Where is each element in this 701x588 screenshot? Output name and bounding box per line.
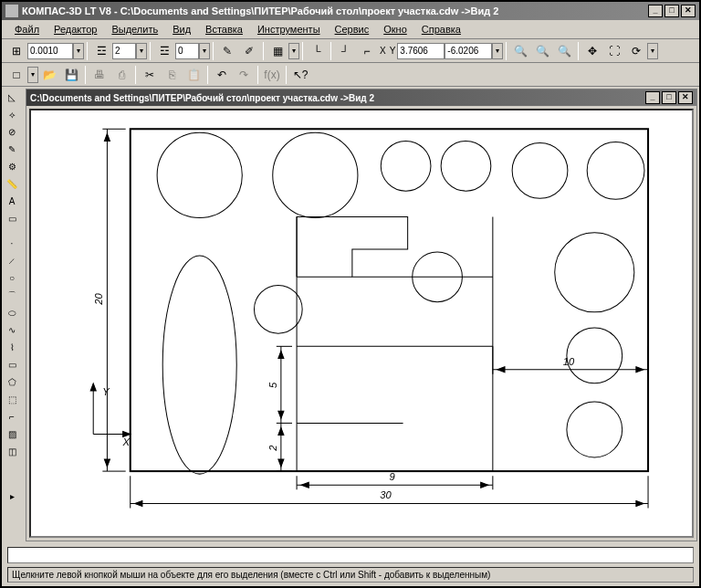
step-dropdown[interactable]: ▾ [73,43,84,59]
menubar: Файл Редактор Выделить Вид Вставка Инстр… [2,20,699,39]
polyline-icon[interactable]: ⌇ [3,339,21,356]
svg-point-11 [567,328,623,383]
doc-minimize-button[interactable]: _ [645,91,660,104]
lcs-icon[interactable]: └ [307,41,327,61]
layer1-dropdown[interactable]: ▾ [136,43,147,59]
brush-icon[interactable]: ✎ [217,41,237,61]
menu-help[interactable]: Справка [414,22,468,37]
svg-point-2 [273,132,358,217]
y-label: Y [390,46,396,56]
doc-maximize-button[interactable]: □ [662,91,676,104]
zoom-fit-icon[interactable]: ⛶ [604,41,624,61]
geometry-icon[interactable]: ◺ [3,89,21,106]
ortho2-icon[interactable]: ⌐ [357,41,377,61]
axis-y-label: Y [102,386,110,397]
save-icon[interactable]: 💾 [61,65,81,85]
t13-icon[interactable]: ◫ [3,443,21,460]
menu-service[interactable]: Сервис [328,22,377,37]
spline-icon[interactable]: ∿ [3,321,21,339]
redo-icon[interactable]: ↷ [234,65,254,85]
titlebar: КОМПАС-3D LT V8 - C:\Documents and Setti… [2,2,699,20]
coord-dropdown[interactable]: ▾ [492,43,503,59]
menu-insert[interactable]: Вставка [198,22,250,37]
window-title: КОМПАС-3D LT V8 - C:\Documents and Setti… [22,5,648,16]
fillet-icon[interactable]: ⌐ [3,408,21,425]
toolbar-standard: □ ▾ 📂 💾 🖶 ⎙ ✂ ⎘ 📋 ↶ ↷ f(x) ↖? [2,63,699,87]
arc-icon[interactable]: ⌒ [3,287,21,304]
symbols-icon[interactable]: ⊘ [3,123,21,141]
grid-dropdown[interactable]: ▾ [288,43,299,59]
doc-titlebar: C:\Documents and Settings\ПИТЕР\Рабочий … [26,89,696,106]
main-window: КОМПАС-3D LT V8 - C:\Documents and Setti… [0,0,701,588]
menu-file[interactable]: Файл [7,22,47,37]
zoom-in-icon[interactable]: 🔍 [510,41,530,61]
zoom-window-icon[interactable]: 🔍 [554,41,574,61]
eraser-icon[interactable]: ✐ [239,41,259,61]
pointer-icon[interactable]: ↖? [290,65,310,85]
menu-edit[interactable]: Редактор [47,22,104,37]
measure-icon[interactable]: 📏 [3,175,21,193]
drawing-canvas[interactable]: Y X 30 [29,109,694,538]
svg-point-1 [157,132,242,217]
preview-icon[interactable]: ⎙ [111,65,131,85]
svg-point-12 [567,402,623,457]
point-icon[interactable]: · [3,235,21,252]
status-bar: Щелкните левой кнопкой мыши на объекте д… [7,567,694,583]
drawing-svg: Y X 30 [31,110,692,536]
layer1-input[interactable] [112,43,136,59]
pan-icon[interactable]: ✥ [582,41,602,61]
menu-select[interactable]: Выделить [104,22,165,37]
x-label: X [380,46,386,56]
layer2-dropdown[interactable]: ▾ [199,43,210,59]
svg-point-6 [587,142,644,199]
doc-title: C:\Documents and Settings\ПИТЕР\Рабочий … [30,93,645,103]
paste-icon[interactable]: 📋 [183,65,204,85]
layers2-icon[interactable]: ☲ [154,41,174,61]
collapse-icon[interactable]: ▸ [3,488,21,505]
rect-icon[interactable]: ▭ [3,356,21,373]
maximize-button[interactable]: □ [664,5,679,17]
doc-close-button[interactable]: ✕ [678,91,693,104]
line-icon[interactable]: ⟋ [3,252,21,269]
ortho-icon[interactable]: ┘ [335,41,355,61]
print-icon[interactable]: 🖶 [89,65,110,85]
open-icon[interactable]: 📂 [39,65,59,85]
dim-inner-w: 9 [389,471,394,482]
circle-icon[interactable]: ○ [3,269,21,287]
cut-icon[interactable]: ✂ [140,65,160,85]
document-window: C:\Documents and Settings\ПИТЕР\Рабочий … [26,89,697,541]
new-dropdown[interactable]: ▾ [27,67,38,83]
svg-point-7 [162,256,236,474]
polygon-icon[interactable]: ⬠ [3,373,21,391]
dimension-icon[interactable]: ⟡ [3,106,21,123]
layers-icon[interactable]: ☲ [91,41,111,61]
workarea: ◺ ⟡ ⊘ ✎ ⚙ 📏 A ▭ · ⟋ ○ ⌒ ⬭ ∿ ⌇ ▭ ⬠ ⬚ ⌐ ▨ … [2,87,699,543]
command-input[interactable] [7,547,694,563]
fx-icon[interactable]: f(x) [262,65,282,85]
y-input[interactable] [445,43,492,59]
copy-icon[interactable]: ⎘ [162,65,182,85]
new-icon[interactable]: □ [6,65,26,85]
step-input[interactable] [27,43,73,59]
x-input[interactable] [397,43,445,59]
param-icon[interactable]: ⚙ [3,158,21,175]
menu-tools[interactable]: Инструменты [250,22,328,37]
layer2-input[interactable] [175,43,199,59]
hatch-icon[interactable]: ▨ [3,425,21,443]
select-icon[interactable]: A [3,193,21,210]
menu-window[interactable]: Окно [376,22,414,37]
grid-icon[interactable]: ▦ [267,41,288,61]
ellipse-icon[interactable]: ⬭ [3,304,21,321]
t2-icon[interactable]: ▭ [3,210,21,227]
edit-icon[interactable]: ✎ [3,141,21,158]
zoom-out-icon[interactable]: 🔍 [532,41,552,61]
redraw-icon[interactable]: ⟳ [626,41,646,61]
menu-view[interactable]: Вид [165,22,198,37]
close-button[interactable]: ✕ [681,5,696,17]
minimize-button[interactable]: _ [648,5,663,17]
snap-icon[interactable]: ⊞ [6,41,26,61]
dim-width: 30 [380,489,392,500]
undo-icon[interactable]: ↶ [212,65,232,85]
t10-icon[interactable]: ⬚ [3,391,21,408]
view-dropdown[interactable]: ▾ [647,43,658,59]
